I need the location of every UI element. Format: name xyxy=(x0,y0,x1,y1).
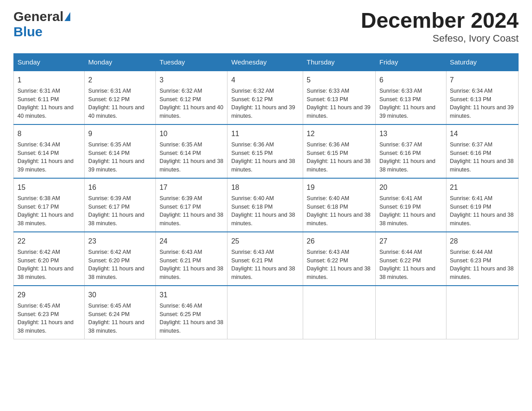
calendar-day-cell: 3Sunrise: 6:32 AMSunset: 6:12 PMDaylight… xyxy=(156,71,227,124)
logo-general-text: General xyxy=(13,9,64,24)
calendar-title: December 2024 xyxy=(361,9,519,33)
calendar-day-cell: 5Sunrise: 6:33 AMSunset: 6:13 PMDaylight… xyxy=(303,71,375,124)
day-number: 18 xyxy=(231,182,299,193)
day-number: 9 xyxy=(88,128,152,139)
day-info: Sunrise: 6:43 AMSunset: 6:21 PMDaylight:… xyxy=(159,248,223,282)
day-number: 19 xyxy=(307,182,372,193)
calendar-day-cell: 10Sunrise: 6:35 AMSunset: 6:14 PMDayligh… xyxy=(156,124,227,178)
logo-blue-row: Blue xyxy=(13,24,71,39)
header-monday: Monday xyxy=(85,53,156,71)
logo-triangle-icon xyxy=(64,12,70,21)
day-info: Sunrise: 6:31 AMSunset: 6:11 PMDaylight:… xyxy=(17,87,81,120)
calendar-day-cell: 20Sunrise: 6:41 AMSunset: 6:19 PMDayligh… xyxy=(376,178,446,232)
calendar-day-cell: 1Sunrise: 6:31 AMSunset: 6:11 PMDaylight… xyxy=(14,71,85,124)
calendar-day-cell: 11Sunrise: 6:36 AMSunset: 6:15 PMDayligh… xyxy=(227,124,303,178)
day-info: Sunrise: 6:42 AMSunset: 6:20 PMDaylight:… xyxy=(88,248,152,282)
calendar-day-cell: 8Sunrise: 6:34 AMSunset: 6:14 PMDaylight… xyxy=(14,124,85,178)
day-info: Sunrise: 6:36 AMSunset: 6:15 PMDaylight:… xyxy=(231,141,299,174)
logo-row: General xyxy=(13,9,71,24)
day-info: Sunrise: 6:44 AMSunset: 6:23 PMDaylight:… xyxy=(450,248,515,282)
calendar-day-cell: 14Sunrise: 6:37 AMSunset: 6:16 PMDayligh… xyxy=(446,124,519,178)
calendar-week-row: 22Sunrise: 6:42 AMSunset: 6:20 PMDayligh… xyxy=(14,232,519,286)
calendar-day-cell xyxy=(303,286,375,339)
calendar-day-cell xyxy=(227,286,303,339)
day-info: Sunrise: 6:32 AMSunset: 6:12 PMDaylight:… xyxy=(159,87,223,120)
day-info: Sunrise: 6:34 AMSunset: 6:14 PMDaylight:… xyxy=(17,141,81,174)
day-info: Sunrise: 6:32 AMSunset: 6:12 PMDaylight:… xyxy=(231,87,299,120)
calendar-day-cell: 25Sunrise: 6:43 AMSunset: 6:21 PMDayligh… xyxy=(227,232,303,286)
day-info: Sunrise: 6:37 AMSunset: 6:16 PMDaylight:… xyxy=(379,141,442,174)
day-info: Sunrise: 6:41 AMSunset: 6:19 PMDaylight:… xyxy=(379,194,442,228)
calendar-day-cell: 24Sunrise: 6:43 AMSunset: 6:21 PMDayligh… xyxy=(156,232,227,286)
calendar-subtitle: Sefeso, Ivory Coast xyxy=(361,33,519,44)
logo-blue-text: Blue xyxy=(13,24,43,39)
calendar-day-cell: 17Sunrise: 6:39 AMSunset: 6:17 PMDayligh… xyxy=(156,178,227,232)
calendar-table: Sunday Monday Tuesday Wednesday Thursday… xyxy=(13,53,519,339)
calendar-day-cell: 18Sunrise: 6:40 AMSunset: 6:18 PMDayligh… xyxy=(227,178,303,232)
day-info: Sunrise: 6:31 AMSunset: 6:12 PMDaylight:… xyxy=(88,87,152,120)
day-info: Sunrise: 6:45 AMSunset: 6:23 PMDaylight:… xyxy=(17,302,81,335)
calendar-day-cell: 16Sunrise: 6:39 AMSunset: 6:17 PMDayligh… xyxy=(85,178,156,232)
page-container: General Blue December 2024 Sefeso, Ivory… xyxy=(13,9,519,339)
day-number: 6 xyxy=(379,75,442,86)
day-number: 21 xyxy=(450,182,515,193)
day-info: Sunrise: 6:35 AMSunset: 6:14 PMDaylight:… xyxy=(159,141,223,174)
day-number: 8 xyxy=(17,128,81,139)
day-number: 31 xyxy=(159,290,223,300)
calendar-day-cell: 12Sunrise: 6:36 AMSunset: 6:15 PMDayligh… xyxy=(303,124,375,178)
day-info: Sunrise: 6:39 AMSunset: 6:17 PMDaylight:… xyxy=(88,194,152,228)
day-info: Sunrise: 6:35 AMSunset: 6:14 PMDaylight:… xyxy=(88,141,152,174)
header: General Blue December 2024 Sefeso, Ivory… xyxy=(13,9,519,44)
day-number: 27 xyxy=(379,236,442,247)
day-number: 15 xyxy=(17,182,81,193)
day-number: 20 xyxy=(379,182,442,193)
day-info: Sunrise: 6:38 AMSunset: 6:17 PMDaylight:… xyxy=(17,194,81,228)
calendar-day-cell: 9Sunrise: 6:35 AMSunset: 6:14 PMDaylight… xyxy=(85,124,156,178)
day-info: Sunrise: 6:36 AMSunset: 6:15 PMDaylight:… xyxy=(307,141,372,174)
calendar-day-cell: 13Sunrise: 6:37 AMSunset: 6:16 PMDayligh… xyxy=(376,124,446,178)
day-info: Sunrise: 6:33 AMSunset: 6:13 PMDaylight:… xyxy=(379,87,442,120)
day-number: 1 xyxy=(17,75,81,86)
calendar-day-cell: 23Sunrise: 6:42 AMSunset: 6:20 PMDayligh… xyxy=(85,232,156,286)
calendar-day-cell: 21Sunrise: 6:41 AMSunset: 6:19 PMDayligh… xyxy=(446,178,519,232)
header-saturday: Saturday xyxy=(446,53,519,71)
calendar-day-cell: 22Sunrise: 6:42 AMSunset: 6:20 PMDayligh… xyxy=(14,232,85,286)
day-info: Sunrise: 6:46 AMSunset: 6:25 PMDaylight:… xyxy=(159,302,223,335)
day-number: 11 xyxy=(231,128,299,139)
calendar-header-row: Sunday Monday Tuesday Wednesday Thursday… xyxy=(14,53,519,71)
day-number: 12 xyxy=(307,128,372,139)
day-info: Sunrise: 6:41 AMSunset: 6:19 PMDaylight:… xyxy=(450,194,515,228)
day-info: Sunrise: 6:43 AMSunset: 6:21 PMDaylight:… xyxy=(231,248,299,282)
header-tuesday: Tuesday xyxy=(156,53,227,71)
day-info: Sunrise: 6:42 AMSunset: 6:20 PMDaylight:… xyxy=(17,248,81,282)
day-number: 30 xyxy=(88,290,152,300)
calendar-day-cell: 29Sunrise: 6:45 AMSunset: 6:23 PMDayligh… xyxy=(14,286,85,339)
logo: General Blue xyxy=(13,9,71,39)
day-number: 10 xyxy=(159,128,223,139)
day-number: 2 xyxy=(88,75,152,86)
calendar-day-cell: 4Sunrise: 6:32 AMSunset: 6:12 PMDaylight… xyxy=(227,71,303,124)
calendar-week-row: 1Sunrise: 6:31 AMSunset: 6:11 PMDaylight… xyxy=(14,71,519,124)
day-number: 25 xyxy=(231,236,299,247)
calendar-day-cell: 2Sunrise: 6:31 AMSunset: 6:12 PMDaylight… xyxy=(85,71,156,124)
day-number: 7 xyxy=(450,75,515,86)
header-sunday: Sunday xyxy=(14,53,85,71)
calendar-week-row: 15Sunrise: 6:38 AMSunset: 6:17 PMDayligh… xyxy=(14,178,519,232)
header-thursday: Thursday xyxy=(303,53,375,71)
day-number: 14 xyxy=(450,128,515,139)
day-number: 13 xyxy=(379,128,442,139)
calendar-day-cell: 27Sunrise: 6:44 AMSunset: 6:22 PMDayligh… xyxy=(376,232,446,286)
calendar-day-cell: 19Sunrise: 6:40 AMSunset: 6:18 PMDayligh… xyxy=(303,178,375,232)
day-info: Sunrise: 6:44 AMSunset: 6:22 PMDaylight:… xyxy=(379,248,442,282)
day-number: 28 xyxy=(450,236,515,247)
day-number: 29 xyxy=(17,290,81,300)
calendar-day-cell xyxy=(376,286,446,339)
day-number: 24 xyxy=(159,236,223,247)
calendar-day-cell: 7Sunrise: 6:34 AMSunset: 6:13 PMDaylight… xyxy=(446,71,519,124)
calendar-day-cell xyxy=(446,286,519,339)
day-number: 16 xyxy=(88,182,152,193)
day-info: Sunrise: 6:39 AMSunset: 6:17 PMDaylight:… xyxy=(159,194,223,228)
day-number: 3 xyxy=(159,75,223,86)
header-friday: Friday xyxy=(376,53,446,71)
day-info: Sunrise: 6:40 AMSunset: 6:18 PMDaylight:… xyxy=(307,194,372,228)
